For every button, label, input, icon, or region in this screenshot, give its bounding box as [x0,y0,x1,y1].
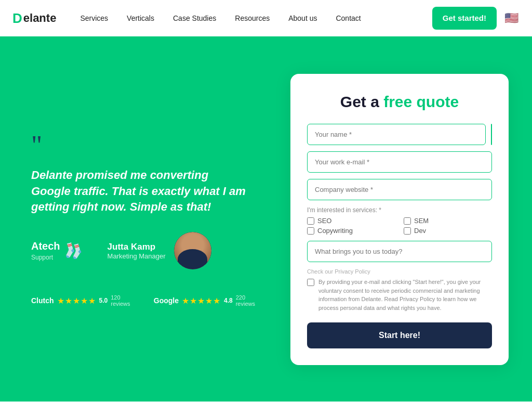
email-group [307,151,492,173]
ratings-row: Clutch ★★★★★ 5.0 120 reviews Google ★★★★… [31,294,262,307]
clutch-stars: ★★★★★ [57,296,96,306]
logo-rest: elante [23,11,57,25]
hero-left: " Delante promised me converting Google … [21,58,267,381]
logo[interactable]: Delante [12,10,56,27]
google-reviews: 220 reviews [236,294,262,307]
website-group [307,179,492,200]
website-input[interactable] [307,179,492,200]
service-sem-checkbox[interactable] [404,217,411,225]
clutch-score: 5.0 [99,297,108,304]
rating-block-google: Google ★★★★★ 4.8 220 reviews [154,294,262,307]
clutch-label: Clutch [31,296,54,305]
language-flag[interactable]: 🇺🇸 [503,10,520,27]
nav-item-verticals[interactable]: Verticals [119,9,162,27]
google-stars: ★★★★★ [182,296,221,306]
service-sem[interactable]: SEM [404,217,492,225]
service-copywriting[interactable]: Copywriting [307,227,395,235]
navbar: Delante Services Verticals Case Studies … [0,0,532,37]
quote-mark: " [31,132,262,159]
form-card: Get a free quote 🇮🇹 ▾ I'm in [290,74,509,365]
company-sub: Support [31,254,53,261]
name-input[interactable] [307,124,486,145]
sock-icon: 🧦 [61,239,85,262]
person-name: Jutta Kamp [108,242,166,252]
logo-d: D [12,10,22,27]
company-name-text: Atech Support [31,240,60,262]
company-logo-shape: Atech Support 🧦 [31,240,83,262]
google-label: Google [154,296,179,305]
privacy-text: By providing your e-mail and clicking "S… [318,278,492,312]
avatar-inner [174,232,211,269]
person-title: Marketing Manager [108,252,166,260]
person-info: Jutta Kamp Marketing Manager [108,232,211,269]
avatar-body [178,249,208,270]
clutch-reviews: 120 reviews [111,294,137,307]
nav-item-about[interactable]: About us [281,9,324,27]
testimonial-info: Atech Support 🧦 Jutta Kamp Marketing Man… [31,232,262,269]
nav-item-contact[interactable]: Contact [328,9,368,27]
services-label: I'm interested in services: * [307,206,492,214]
company-logo: Atech Support 🧦 [31,240,83,262]
nav-item-resources[interactable]: Resources [228,9,277,27]
nav-item-case-studies[interactable]: Case Studies [166,9,223,27]
form-title: Get a free quote [307,93,492,111]
message-group [307,241,492,262]
rating-block-clutch: Clutch ★★★★★ 5.0 120 reviews [31,294,137,307]
service-dev-label: Dev [414,227,426,235]
service-dev[interactable]: Dev [404,227,492,235]
phone-flag-selector[interactable]: 🇮🇹 ▾ [491,124,492,145]
form-name-phone-row: 🇮🇹 ▾ [307,124,492,145]
privacy-check: By providing your e-mail and clicking "S… [307,278,492,312]
privacy-section: Check our Privacy Policy By providing yo… [307,268,492,312]
phone-input-wrapper: 🇮🇹 ▾ [491,124,492,145]
service-copywriting-label: Copywriting [317,227,353,235]
get-started-button[interactable]: Get started! [432,7,497,30]
service-dev-checkbox[interactable] [404,227,411,235]
nav-item-services[interactable]: Services [73,9,115,27]
nav-links: Services Verticals Case Studies Resource… [73,9,432,27]
privacy-checkbox[interactable] [307,279,314,286]
google-score: 4.8 [224,297,233,304]
person-text: Jutta Kamp Marketing Manager [108,242,166,260]
service-sem-label: SEM [414,217,429,225]
message-input[interactable] [307,241,492,262]
form-title-static: Get a [340,93,383,110]
nav-actions: Get started! 🇺🇸 [432,7,520,30]
email-input[interactable] [307,151,492,173]
start-here-button[interactable]: Start here! [307,322,492,348]
hero-quote: Delante promised me converting Google tr… [31,167,249,215]
avatar [174,232,211,269]
services-grid: SEO SEM Copywriting Dev [307,217,492,235]
company-name: Atech [31,240,60,252]
service-seo-label: SEO [317,217,331,225]
service-seo-checkbox[interactable] [307,217,314,225]
service-copywriting-checkbox[interactable] [307,227,314,235]
service-seo[interactable]: SEO [307,217,395,225]
hero-right: Get a free quote 🇮🇹 ▾ I'm in [288,58,511,381]
services-section: I'm interested in services: * SEO SEM Co… [307,206,492,235]
form-title-highlight: free quote [383,93,459,110]
privacy-label: Check our Privacy Policy [307,268,492,275]
hero-section: " Delante promised me converting Google … [0,37,532,401]
